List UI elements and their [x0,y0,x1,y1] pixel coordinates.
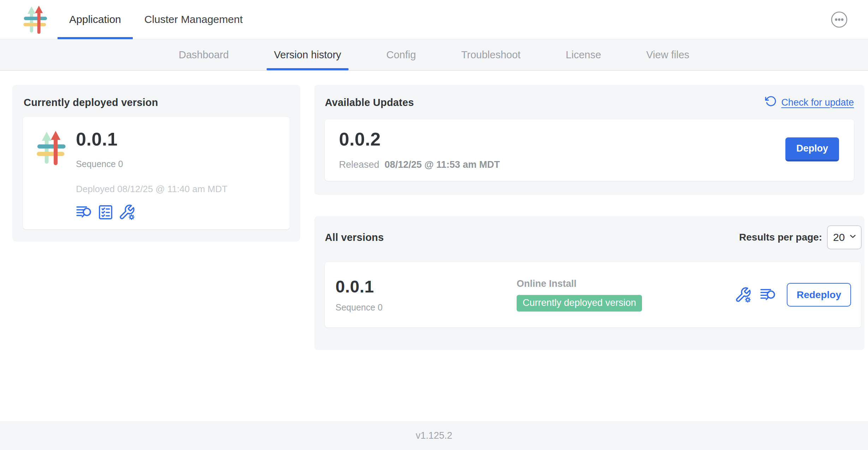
check-for-update-link[interactable]: Check for update [765,95,854,110]
deployed-version-panel: 0.0.1 Sequence 0 Deployed 08/12/25 @ 11:… [23,117,290,229]
deployed-version-number: 0.0.1 [76,129,227,150]
available-updates-title: Available Updates [325,97,414,108]
app-logo-icon [21,5,49,34]
update-row: 0.0.2 Released 08/12/25 @ 11:53 am MDT D… [325,119,854,181]
redeploy-button[interactable]: Redeploy [787,283,851,307]
results-per-page-label: Results per page: [739,232,822,243]
results-per-page-value: 20 [833,231,845,243]
console-version: v1.125.2 [416,430,452,441]
currently-deployed-card: Currently deployed version 0.0.1 Sequenc… [12,85,300,242]
chevron-down-icon [848,231,857,243]
deployed-timestamp: Deployed 08/12/25 @ 11:40 am MDT [76,184,227,195]
preflight-checks-icon[interactable] [97,204,114,221]
refresh-icon [765,95,777,110]
edit-config-icon[interactable] [735,286,751,303]
version-row: 0.0.1 Sequence 0 Online Install Currentl… [325,262,861,327]
ellipsis-icon [831,11,848,28]
console-footer: v1.125.2 [0,421,868,450]
tab-application[interactable]: Application [58,0,133,39]
tab-version-history[interactable]: Version history [274,39,341,70]
deploy-button[interactable]: Deploy [785,137,839,161]
app-subnav: Dashboard Version history Config Trouble… [0,39,868,71]
deployed-sequence: Sequence 0 [76,159,227,169]
tab-dashboard[interactable]: Dashboard [179,39,229,70]
tab-cluster-management[interactable]: Cluster Management [133,0,254,39]
app-logo-icon [35,130,66,165]
row-version-number: 0.0.1 [335,277,517,296]
install-type-label: Online Install [517,278,642,289]
tab-config[interactable]: Config [386,39,416,70]
top-nav: Application Cluster Management [0,0,868,39]
view-logs-icon[interactable] [76,204,93,221]
all-versions-title: All versions [325,232,384,243]
tab-license[interactable]: License [566,39,601,70]
currently-deployed-title: Currently deployed version [24,97,290,108]
results-per-page-select[interactable]: 20 [827,225,862,249]
edit-config-icon[interactable] [118,204,135,221]
released-timestamp: Released 08/12/25 @ 11:53 am MDT [339,159,500,170]
available-updates-card: Available Updates Check for update 0.0.2 [314,85,864,195]
tab-troubleshoot[interactable]: Troubleshoot [461,39,521,70]
version-history-page: Currently deployed version 0.0.1 Sequenc… [0,71,868,421]
tab-view-files[interactable]: View files [646,39,689,70]
view-logs-icon[interactable] [760,286,777,303]
row-sequence: Sequence 0 [335,302,517,313]
update-version-number: 0.0.2 [339,129,500,150]
overflow-menu-button[interactable] [831,11,848,28]
all-versions-card: All versions Results per page: 20 [314,216,864,350]
currently-deployed-badge: Currently deployed version [517,295,642,312]
